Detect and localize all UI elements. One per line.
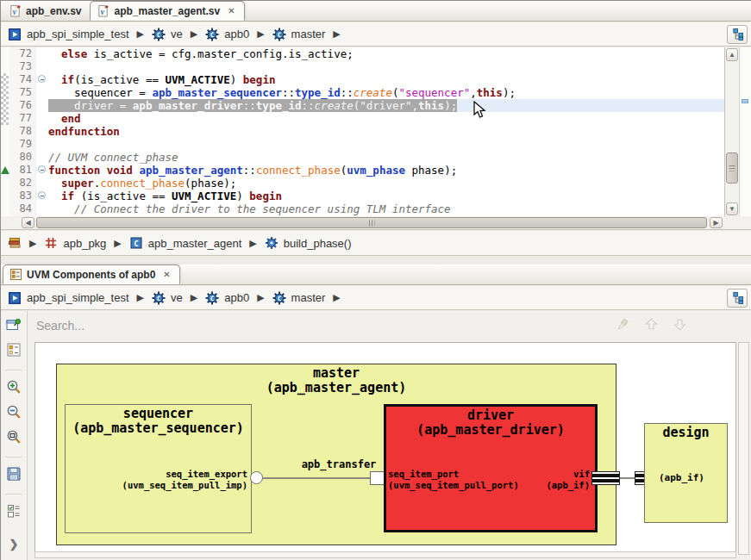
- svg-text:C: C: [157, 30, 161, 38]
- code-line-81[interactable]: function void apb_master_agent::connect_…: [48, 164, 724, 177]
- editor-vertical-scrollbar[interactable]: ▲ ▼: [724, 47, 739, 216]
- overview-current-line-marker[interactable]: [742, 99, 748, 103]
- code-line-76[interactable]: driver = apb_master_driver::type_id::cre…: [48, 99, 724, 112]
- code-line-79[interactable]: [48, 138, 724, 151]
- svg-text:C: C: [134, 240, 138, 248]
- view-tab-uvm-components[interactable]: UVM Components of apb0✕: [3, 264, 180, 284]
- sequencer-port-sublabel: (uvm_seq_item_pull_imp): [65, 480, 247, 491]
- panel-sash[interactable]: [1, 256, 751, 264]
- breadcrumb-item-ve[interactable]: Cve: [152, 291, 183, 305]
- arrow-down-button[interactable]: [673, 317, 687, 335]
- code-line-80[interactable]: // UVM connect_phase: [48, 151, 724, 164]
- code-token: apb_master_driver: [133, 99, 243, 112]
- overview-ruler[interactable]: [739, 47, 751, 216]
- horizontal-scroll-thumb[interactable]: [36, 217, 707, 228]
- code-area[interactable]: else is_active = cfg.master_config.is_ac…: [48, 47, 724, 216]
- code-token: function: [48, 164, 100, 177]
- driver-box-title: driver (apb_master_driver): [386, 407, 595, 438]
- view-tab-close-icon[interactable]: ✕: [163, 270, 170, 279]
- fold-collapse-icon[interactable]: [38, 75, 46, 83]
- code-line-84[interactable]: // Connect the driver to the sequencer u…: [48, 202, 724, 215]
- breadcrumb-item-apb0[interactable]: Capb0: [205, 291, 249, 305]
- seq-item-port[interactable]: [370, 471, 385, 485]
- pin-window-icon: [6, 317, 22, 336]
- save-button[interactable]: [5, 467, 22, 484]
- breadcrumb-item-apb_master_agent[interactable]: Capb_master_agent: [129, 236, 241, 250]
- line-number: 72: [9, 47, 32, 60]
- breadcrumb-item-apb_spi_simple_test[interactable]: apb_spi_simple_test: [8, 28, 129, 41]
- broom-button[interactable]: [616, 317, 630, 335]
- toolbar-separator: [6, 494, 22, 495]
- line-number: 81: [9, 164, 32, 177]
- search-input[interactable]: [36, 319, 616, 333]
- code-token: sequencer =: [48, 86, 152, 99]
- override-marker-icon[interactable]: [1, 166, 9, 174]
- scroll-down-button[interactable]: ▼: [726, 202, 738, 215]
- show-hierarchy-button[interactable]: [727, 289, 748, 308]
- driver-vif-label: vif: [466, 469, 590, 480]
- code-line-78[interactable]: endfunction: [48, 125, 724, 138]
- code-token: ::: [302, 99, 315, 112]
- fold-collapse-icon[interactable]: [38, 165, 46, 173]
- code-line-77[interactable]: end: [48, 112, 724, 125]
- breadcrumb-item-master[interactable]: Cmaster: [272, 28, 326, 41]
- breadcrumb-item-master[interactable]: Cmaster: [272, 291, 326, 305]
- toolbar-more-button[interactable]: ❯: [9, 538, 19, 551]
- diagram-vertical-scrollbar[interactable]: [738, 342, 749, 555]
- panel-breadcrumb-bar: apb_spi_simple_test▶Cve▶Capb0▶Cmaster▶: [1, 286, 751, 310]
- code-token: void: [107, 164, 133, 177]
- breadcrumb-separator-icon: ▶: [114, 238, 121, 249]
- code-line-74[interactable]: if(is_active == UVM_ACTIVE) begin: [48, 73, 724, 86]
- pin-window-button[interactable]: [5, 318, 22, 335]
- line-number: 77: [9, 112, 32, 125]
- code-token: UVM_ACTIVE: [172, 190, 236, 202]
- breadcrumb-item[interactable]: [8, 236, 22, 250]
- breadcrumb-item-build_phase-[interactable]: build_phase(): [265, 236, 352, 250]
- tab-label: apb_master_agent.sv: [114, 5, 220, 17]
- scroll-right-button[interactable]: ▶: [710, 217, 723, 228]
- code-line-83[interactable]: if (is_active == UVM_ACTIVE) begin: [48, 190, 724, 202]
- uvm-components-panel: ❯ master (apb_master_agent) sequencer: [1, 311, 751, 560]
- code-token: );: [503, 86, 516, 99]
- tab-close-icon[interactable]: ✕: [228, 6, 235, 16]
- scroll-up-button[interactable]: ▲: [726, 48, 738, 61]
- code-line-82[interactable]: super.connect_phase(phase);: [48, 177, 724, 190]
- seq-item-export-port[interactable]: [250, 471, 263, 484]
- editor-tab-apb_master_agent-sv[interactable]: vapb_master_agent.sv✕: [90, 1, 244, 21]
- phase-gear-icon: [265, 236, 278, 250]
- code-token: end: [61, 112, 81, 125]
- zoom-in-button[interactable]: [5, 380, 22, 397]
- arrow-up-button[interactable]: [644, 317, 659, 335]
- editor-horizontal-scrollbar[interactable]: ◀ ▶: [1, 216, 751, 230]
- code-line-73[interactable]: [48, 60, 724, 73]
- breadcrumb-separator-icon: ▶: [137, 292, 144, 303]
- breadcrumb-item-apb0[interactable]: Capb0: [205, 28, 249, 41]
- svg-text:C: C: [210, 294, 215, 302]
- code-token: [48, 177, 61, 190]
- vif-port[interactable]: [591, 471, 620, 485]
- vertical-scroll-thumb[interactable]: [726, 152, 738, 184]
- legend-button[interactable]: [5, 343, 22, 360]
- scroll-left-button[interactable]: ◀: [22, 217, 34, 228]
- settings-button[interactable]: [5, 504, 22, 521]
- code-editor[interactable]: 72737475767778798081828384 else is_activ…: [1, 47, 751, 216]
- diagram-canvas[interactable]: master (apb_master_agent) sequencer (apb…: [34, 342, 736, 555]
- breadcrumb-item-ve[interactable]: Cve: [152, 28, 183, 41]
- diagram-horizontal-scrollbar[interactable]: [34, 551, 736, 558]
- code-line-72[interactable]: else is_active = cfg.master_config.is_ac…: [48, 47, 724, 60]
- view-tab-bar: UVM Components of apb0✕: [1, 264, 751, 285]
- fold-collapse-icon[interactable]: [38, 191, 46, 199]
- zoom-out-icon: [6, 404, 22, 423]
- search-actions: [616, 317, 687, 335]
- svg-text:C: C: [210, 30, 215, 38]
- code-line-75[interactable]: sequencer = apb_master_sequencer::type_i…: [48, 86, 724, 99]
- code-token: );: [444, 99, 457, 112]
- breadcrumb-label: apb_spi_simple_test: [27, 291, 129, 304]
- zoom-fit-button[interactable]: [5, 430, 22, 447]
- show-hierarchy-button[interactable]: [727, 25, 748, 44]
- breadcrumb-label: apb_spi_simple_test: [27, 28, 129, 40]
- breadcrumb-item-apb_pkg[interactable]: apb_pkg: [44, 236, 106, 250]
- zoom-out-button[interactable]: [5, 405, 22, 422]
- editor-tab-apb_env-sv[interactable]: vapb_env.sv: [3, 1, 90, 21]
- breadcrumb-item-apb_spi_simple_test[interactable]: apb_spi_simple_test: [8, 291, 129, 305]
